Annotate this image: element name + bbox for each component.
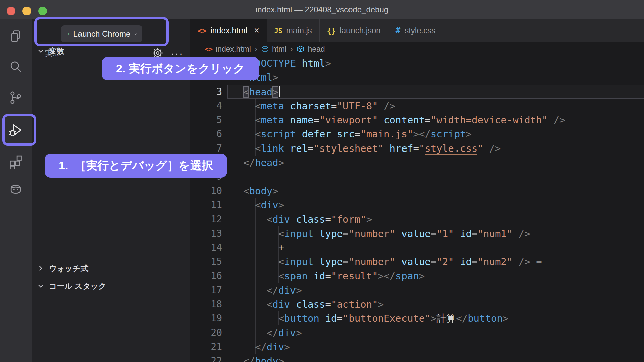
code-text: <button id="buttonExecute">計算</button> [243,311,508,325]
token: </ [267,285,278,296]
zoom-button[interactable] [38,7,47,15]
token: ></ [413,128,430,140]
code-text: <div class="action"> [243,297,384,311]
code-line[interactable]: 22</body> [190,354,644,362]
close-tab-icon[interactable]: × [254,25,259,36]
run-config-dropdown[interactable]: Launch Chrome [61,25,142,42]
token: "UTF-8" [337,100,378,112]
code-line[interactable]: 3<head> [190,85,644,99]
activity-explorer[interactable] [0,23,32,49]
tab-launch.json[interactable]: {}launch.json [320,19,388,42]
code-line[interactable]: 6 <script defer src="main.js"></script> [190,127,644,141]
code-line[interactable]: 9 [190,170,644,184]
chevron-right-icon [37,265,44,272]
json-file-icon: {} [327,26,336,35]
activity-run-debug[interactable] [0,118,32,143]
code-line[interactable]: 14 + [190,241,644,255]
token: "stylesheet" [314,143,384,154]
code-line[interactable]: 12 <div class="form"> [190,212,644,226]
breadcrumb[interactable]: <>index.html›html›head [190,42,644,56]
activity-search[interactable] [0,54,32,80]
css-file-icon: # [396,26,400,35]
token: class [296,214,325,225]
token: button [468,313,503,324]
code-line[interactable]: 5 <meta name="viewport" content="width=d… [190,113,644,127]
token [513,228,518,239]
code-line[interactable]: 8</head> [190,156,644,170]
tab-index.html[interactable]: <>index.html× [190,19,267,42]
activity-bar [0,19,32,362]
line-number: 15 [190,255,222,269]
token [243,199,255,211]
code-line[interactable]: 17 </div> [190,283,644,297]
activity-extensions[interactable] [0,149,32,175]
token: < [267,299,272,310]
breadcrumb-separator: › [290,44,293,54]
token [483,143,489,154]
code-editor[interactable]: 1<!DOCTYPE html>2<html>3<head>4 <meta ch… [190,56,644,362]
token [243,100,255,112]
token [331,128,337,140]
activity-copilot[interactable] [0,176,32,202]
code-text: </div> [243,326,302,340]
code-line[interactable]: 10<body> [190,184,644,198]
minimize-button[interactable] [22,7,31,15]
token: rel [290,143,308,154]
token: " [419,143,425,154]
code-line[interactable]: 11 <div> [190,198,644,212]
token [454,228,460,239]
breadcrumb-item-head[interactable]: head [297,45,325,54]
token: /> [519,228,530,239]
token: = [431,256,436,267]
code-line[interactable]: 20 </div> [190,326,644,340]
code-line[interactable]: 15 <input type="number" value="2" id="nu… [190,255,644,269]
section-call-stack[interactable]: コール スタック [32,281,190,291]
tab-style.css[interactable]: #style.css [388,19,443,42]
code-line[interactable]: 13 <input type="number" value="1" id="nu… [190,227,644,241]
text-cursor [279,86,280,97]
token: class [296,299,325,310]
token: script [261,128,296,140]
code-line[interactable]: 7 <link rel="stylesheet" href="style.css… [190,141,644,156]
play-icon[interactable] [66,29,70,38]
token: ></ [378,270,395,282]
section-variables[interactable]: 変数 [32,46,190,56]
token [395,256,401,267]
token [513,256,518,267]
token: style.css [425,143,477,155]
token: script [431,128,466,140]
token: div [272,299,290,310]
line-number: 21 [190,340,222,354]
code-text: <script defer src="main.js"></script> [243,127,472,141]
token [378,114,384,126]
token [243,128,255,140]
code-line[interactable]: 18 <div class="action"> [190,297,644,311]
breadcrumb-item-html[interactable]: html [261,45,286,54]
code-line[interactable]: 16 <span id="result"></span> [190,269,644,283]
breadcrumb-item-index.html[interactable]: <>index.html [205,45,251,54]
code-line[interactable]: 21 </div> [190,340,644,354]
token: = [325,214,331,225]
close-button[interactable] [7,7,15,15]
section-watch[interactable]: ウォッチ式 [32,263,190,274]
token: "number" [348,256,395,267]
vscode-window: index.html — 220408_vscode_debug [0,0,644,362]
token: body [255,355,278,362]
line-number: 11 [190,198,222,212]
symbol-cube-icon [261,45,269,53]
code-line[interactable]: 4 <meta charset="UTF-8" /> [190,99,644,113]
token: = [314,114,319,126]
activity-source-control[interactable] [0,85,32,110]
breadcrumb-label: index.html [216,45,251,54]
token [243,256,278,267]
run-debug-icon [8,123,23,138]
tab-main.js[interactable]: JSmain.js [267,19,320,42]
code-line[interactable]: 19 <button id="buttonExecute">計算</button… [190,311,644,325]
token: 計算 [436,313,456,324]
token: " [477,143,483,154]
token [290,299,296,310]
token: = [325,299,331,310]
token: src [337,128,354,140]
line-number: 18 [190,297,222,311]
token: > [466,128,472,140]
